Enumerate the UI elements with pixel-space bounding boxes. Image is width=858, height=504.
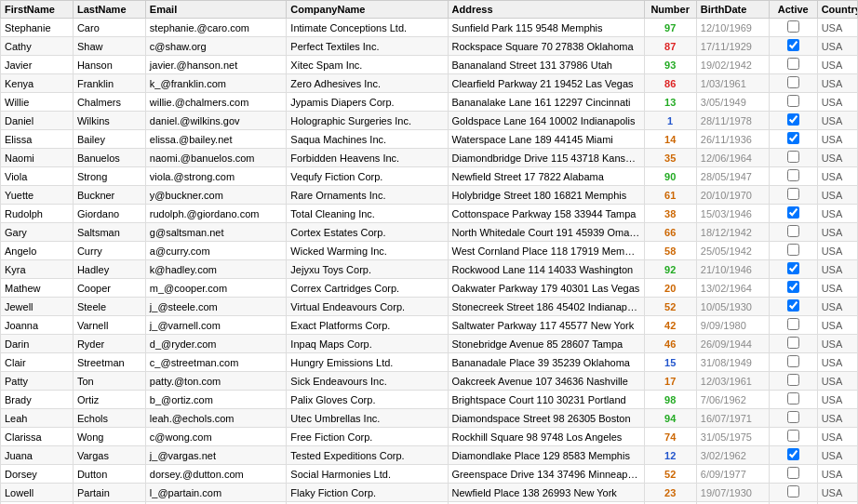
table-row[interactable]: GarySaltsmang@saltsman.netCortex Estates… — [1, 223, 858, 242]
col-header-email[interactable]: Email — [145, 1, 287, 19]
cell-address: Goldspace Lane 164 10002 Indianapolis — [448, 112, 644, 130]
table-row[interactable]: ViolaStrongviola.@strong.comVequfy Ficti… — [1, 167, 858, 186]
table-row[interactable]: JuanaVargasj_@vargas.netTested Expeditio… — [1, 446, 858, 465]
active-checkbox[interactable] — [787, 113, 799, 126]
active-checkbox[interactable] — [787, 95, 799, 107]
table-row[interactable]: AngeloCurrya@curry.comWicked Warming Inc… — [1, 242, 858, 260]
table-row[interactable]: KenyaFranklink_@franklin.comZero Adhesiv… — [1, 74, 858, 93]
cell-active[interactable] — [769, 56, 817, 74]
active-checkbox[interactable] — [787, 225, 799, 237]
cell-active[interactable] — [769, 223, 817, 242]
cell-active[interactable] — [769, 186, 817, 205]
cell-active[interactable] — [769, 279, 817, 298]
table-row[interactable]: PattyTonpatty.@ton.comSick Endeavours In… — [1, 372, 858, 391]
cell-country: USA — [817, 465, 857, 484]
cell-active[interactable] — [769, 205, 817, 223]
col-header-country[interactable]: Country — [817, 1, 857, 19]
active-checkbox[interactable] — [787, 299, 799, 312]
table-row[interactable]: KyraHadleyk@hadley.comJejyxu Toys Corp.R… — [1, 260, 858, 279]
table-row[interactable]: LeahEcholsleah.@echols.comUtec Umbrellas… — [1, 409, 858, 428]
table-row[interactable]: ClairStreetmanc_@streetman.comHungry Emi… — [1, 353, 858, 372]
table-row[interactable]: JavierHansonjavier.@hanson.netXitec Spam… — [1, 56, 858, 74]
active-checkbox[interactable] — [787, 169, 799, 181]
cell-active[interactable] — [769, 149, 817, 167]
cell-active[interactable] — [769, 409, 817, 428]
active-checkbox[interactable] — [787, 355, 799, 367]
active-checkbox[interactable] — [787, 318, 799, 330]
table-row[interactable]: JewellSteelej_@steele.comVirtual Endeavo… — [1, 298, 858, 316]
col-header-lastName[interactable]: LastName — [73, 1, 145, 19]
active-checkbox[interactable] — [787, 58, 799, 70]
active-checkbox[interactable] — [787, 188, 799, 200]
active-checkbox[interactable] — [787, 132, 799, 144]
table-row[interactable]: JoannaVarnellj_@varnell.comExact Platfor… — [1, 316, 858, 335]
col-header-birthDate[interactable]: BirthDate — [696, 1, 769, 19]
cell-address: Bananadale Place 39 35239 Oklahoma — [448, 353, 644, 372]
table-row[interactable]: LowellPartainl_@partain.comFlaky Fiction… — [1, 484, 858, 502]
cell-number: 12 — [644, 446, 696, 465]
cell-active[interactable] — [769, 74, 817, 93]
col-header-number[interactable]: Number — [644, 1, 696, 19]
table-row[interactable]: WillieChalmerswillie.@chalmers.comJypami… — [1, 93, 858, 112]
cell-active[interactable] — [769, 167, 817, 186]
active-checkbox[interactable] — [787, 374, 799, 386]
active-checkbox[interactable] — [787, 151, 799, 163]
cell-firstName: Stephanie — [1, 19, 74, 37]
table-row[interactable]: MathewCooperm_@cooper.comCorrex Cartridg… — [1, 279, 858, 298]
cell-active[interactable] — [769, 372, 817, 391]
cell-firstName: Kenya — [1, 74, 74, 93]
cell-country: USA — [817, 279, 857, 298]
cell-birthDate: 12/03/1961 — [696, 372, 769, 391]
table-row[interactable]: DarinRyderd_@ryder.comInpaq Maps Corp.St… — [1, 335, 858, 353]
table-row[interactable]: YuetteBucknery@buckner.comRare Ornaments… — [1, 186, 858, 205]
active-checkbox[interactable] — [787, 262, 799, 274]
cell-active[interactable] — [769, 19, 817, 37]
table-row[interactable]: StephanieCarostephanie.@caro.comIntimate… — [1, 19, 858, 37]
active-checkbox[interactable] — [787, 467, 799, 479]
table-row[interactable]: NaomiBanuelosnaomi.@banuelos.comForbidde… — [1, 149, 858, 167]
cell-country: USA — [817, 298, 857, 316]
cell-active[interactable] — [769, 93, 817, 112]
cell-active[interactable] — [769, 428, 817, 446]
cell-active[interactable] — [769, 335, 817, 353]
active-checkbox[interactable] — [787, 20, 799, 33]
table-row[interactable]: RudolphGiordanorudolph.@giordano.comTota… — [1, 205, 858, 223]
active-checkbox[interactable] — [787, 392, 799, 405]
cell-active[interactable] — [769, 298, 817, 316]
cell-active[interactable] — [769, 484, 817, 502]
cell-active[interactable] — [769, 446, 817, 465]
active-checkbox[interactable] — [787, 448, 799, 460]
active-checkbox[interactable] — [787, 39, 799, 51]
cell-active[interactable] — [769, 353, 817, 372]
cell-active[interactable] — [769, 465, 817, 484]
cell-active[interactable] — [769, 316, 817, 335]
table-row[interactable]: DorseyDuttondorsey.@dutton.comSocial Har… — [1, 465, 858, 484]
cell-active[interactable] — [769, 242, 817, 260]
cell-active[interactable] — [769, 260, 817, 279]
table-row[interactable]: ClarissaWongc@wong.comFree Fiction Corp.… — [1, 428, 858, 446]
active-checkbox[interactable] — [787, 281, 799, 293]
cell-active[interactable] — [769, 112, 817, 130]
cell-firstName: Patty — [1, 372, 74, 391]
active-checkbox[interactable] — [787, 337, 799, 349]
cell-active[interactable] — [769, 391, 817, 409]
cell-active[interactable] — [769, 130, 817, 149]
table-row[interactable]: BradyOrtizb_@ortiz.comPalix Gloves Corp.… — [1, 391, 858, 409]
cell-companyName: Tested Expeditions Corp. — [287, 446, 448, 465]
active-checkbox[interactable] — [787, 244, 799, 256]
active-checkbox[interactable] — [787, 206, 799, 219]
table-row[interactable]: ElissaBaileyelissa.@bailey.netSaqua Mach… — [1, 130, 858, 149]
col-header-firstName[interactable]: FirstName — [1, 1, 74, 19]
col-header-companyName[interactable]: CompanyName — [287, 1, 448, 19]
cell-email: l_@partain.com — [145, 484, 287, 502]
active-checkbox[interactable] — [787, 430, 799, 442]
cell-active[interactable] — [769, 37, 817, 56]
active-checkbox[interactable] — [787, 485, 799, 497]
data-table-container[interactable]: FirstNameLastNameEmailCompanyNameAddress… — [0, 0, 858, 504]
col-header-active[interactable]: Active — [769, 1, 817, 19]
active-checkbox[interactable] — [787, 76, 799, 88]
active-checkbox[interactable] — [787, 411, 799, 423]
table-row[interactable]: CathyShawc@shaw.orgPerfect Textiles Inc.… — [1, 37, 858, 56]
col-header-address[interactable]: Address — [448, 1, 644, 19]
table-row[interactable]: DanielWilkinsdaniel.@wilkins.govHolograp… — [1, 112, 858, 130]
